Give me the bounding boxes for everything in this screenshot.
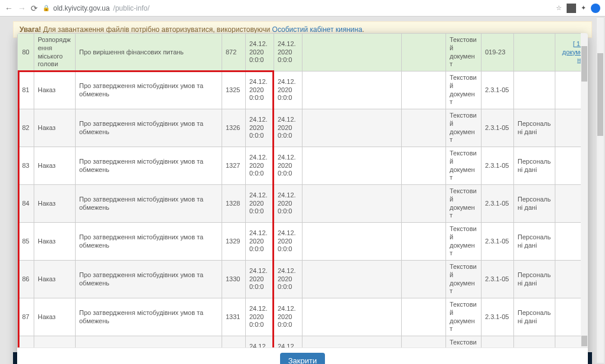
cell-date2: 24.12.2020 0:0:0	[274, 223, 302, 261]
puzzle-icon[interactable]: ✦	[581, 4, 586, 12]
cell-name: Про затвердження містобудівних умов та о…	[76, 109, 222, 147]
modal-scrollbar-thumb-2[interactable]	[581, 336, 587, 346]
cell-topic	[402, 261, 446, 298]
cell-format: Текстовий документ	[446, 34, 482, 72]
cell-number: 1327	[222, 147, 246, 185]
cell-date1: 24.12.2020 0:0:0	[246, 147, 274, 185]
cell-code: 2.3.1-05	[482, 336, 514, 348]
forward-icon[interactable]: →	[18, 4, 26, 13]
cell-author	[302, 185, 402, 223]
table-row[interactable]: 88НаказПро затвердження містобудівних ум…	[18, 336, 588, 348]
modal-dialog: 80Розпорядження міського головиПро виріш…	[17, 33, 588, 364]
cell-author	[302, 34, 402, 72]
cell-author	[302, 72, 402, 109]
cell-personal	[514, 72, 555, 109]
close-button[interactable]: Закрити	[280, 353, 325, 364]
cell-name: Про вирішення фінансових питань	[76, 34, 222, 72]
back-icon[interactable]: ←	[5, 4, 13, 13]
cell-date1: 24.12.2020 0:0:0	[246, 109, 274, 147]
cell-name: Про затвердження містобудівних умов та о…	[76, 261, 222, 298]
cell-code: 2.3.1-05	[482, 298, 514, 336]
extension-icon[interactable]	[567, 4, 576, 13]
cell-code: 2.3.1-05	[482, 109, 514, 147]
cell-date2: 24.12.2020 0:0:0	[274, 336, 302, 348]
cell-format: Текстовий документ	[446, 72, 482, 109]
cell-number: 872	[222, 34, 246, 72]
table-row[interactable]: 81НаказПро затвердження містобудівних ум…	[18, 72, 588, 109]
cell-code: 2.3.1-05	[482, 185, 514, 223]
cell-index: 88	[18, 336, 34, 348]
cell-index: 86	[18, 261, 34, 298]
cell-format: Текстовий документ	[446, 109, 482, 147]
cell-number: 1331	[222, 298, 246, 336]
cell-type: Наказ	[34, 72, 76, 109]
table-scroll-area[interactable]: 80Розпорядження міського головиПро виріш…	[17, 33, 588, 347]
modal-scrollbar[interactable]	[581, 33, 588, 347]
address-bar[interactable]: 🔒 old.kyivcity.gov.ua/public-info/	[43, 4, 149, 12]
cell-personal	[514, 34, 555, 72]
documents-table: 80Розпорядження міського головиПро виріш…	[17, 33, 588, 347]
modal-overlay: 80Розпорядження міського головиПро виріш…	[0, 17, 605, 364]
cell-type: Наказ	[34, 336, 76, 348]
reload-icon[interactable]: ⟳	[31, 4, 38, 13]
cell-type: Розпорядження міського голови	[34, 34, 76, 72]
cell-name: Про затвердження містобудівних умов та о…	[76, 298, 222, 336]
toolbar-right: ☆ ✦	[556, 4, 600, 13]
cell-code: 2.3.1-05	[482, 72, 514, 109]
modal-scrollbar-thumb[interactable]	[581, 46, 587, 82]
cell-format: Текстовий документ	[446, 223, 482, 261]
cell-date2: 24.12.2020 0:0:0	[274, 261, 302, 298]
cell-date2: 24.12.2020 0:0:0	[274, 72, 302, 109]
cell-index: 83	[18, 147, 34, 185]
cell-topic	[402, 298, 446, 336]
cell-personal: Персональні дані	[514, 336, 555, 348]
cell-index: 84	[18, 185, 34, 223]
table-row[interactable]: 84НаказПро затвердження містобудівних ум…	[18, 185, 588, 223]
cell-personal: Персональні дані	[514, 109, 555, 147]
cell-personal: Персональні дані	[514, 147, 555, 185]
cell-date1: 24.12.2020 0:0:0	[246, 223, 274, 261]
table-row[interactable]: 87НаказПро затвердження містобудівних ум…	[18, 298, 588, 336]
cell-type: Наказ	[34, 261, 76, 298]
cell-topic	[402, 109, 446, 147]
table-row[interactable]: 83НаказПро затвердження містобудівних ум…	[18, 147, 588, 185]
table-row[interactable]: 82НаказПро затвердження містобудівних ум…	[18, 109, 588, 147]
cell-type: Наказ	[34, 147, 76, 185]
cell-author	[302, 109, 402, 147]
cell-index: 80	[18, 34, 34, 72]
cell-author	[302, 261, 402, 298]
cell-type: Наказ	[34, 298, 76, 336]
cell-index: 85	[18, 223, 34, 261]
table-row[interactable]: 80Розпорядження міського головиПро виріш…	[18, 34, 588, 72]
cell-date2: 24.12.2020 0:0:0	[274, 298, 302, 336]
cell-personal: Персональні дані	[514, 223, 555, 261]
url-path: /public-info/	[113, 4, 149, 12]
cell-code: 019-23	[482, 34, 514, 72]
browser-toolbar: ← → ⟳ 🔒 old.kyivcity.gov.ua/public-info/…	[0, 0, 605, 17]
cell-author	[302, 147, 402, 185]
cell-name: Про затвердження містобудівних умов та о…	[76, 72, 222, 109]
cell-topic	[402, 34, 446, 72]
cell-topic	[402, 72, 446, 109]
cell-name: Про затвердження містобудівних умов та о…	[76, 147, 222, 185]
cell-name: Про затвердження містобудівних умов та о…	[76, 185, 222, 223]
cell-topic	[402, 336, 446, 348]
table-row[interactable]: 86НаказПро затвердження містобудівних ум…	[18, 261, 588, 298]
cell-personal: Персональні дані	[514, 261, 555, 298]
cell-format: Текстовий документ	[446, 147, 482, 185]
cell-topic	[402, 185, 446, 223]
cell-author	[302, 223, 402, 261]
cell-number: 1325	[222, 72, 246, 109]
lock-icon: 🔒	[43, 5, 50, 11]
modal-footer: Закрити	[17, 347, 588, 364]
cell-format: Текстовий документ	[446, 185, 482, 223]
cell-date1: 24.12.2020 0:0:0	[246, 336, 274, 348]
cell-code: 2.3.1-05	[482, 223, 514, 261]
cell-number: 1329	[222, 223, 246, 261]
cell-index: 81	[18, 72, 34, 109]
profile-avatar[interactable]	[591, 4, 600, 13]
star-icon[interactable]: ☆	[556, 4, 562, 12]
table-row[interactable]: 85НаказПро затвердження містобудівних ум…	[18, 223, 588, 261]
cell-topic	[402, 223, 446, 261]
cell-type: Наказ	[34, 109, 76, 147]
